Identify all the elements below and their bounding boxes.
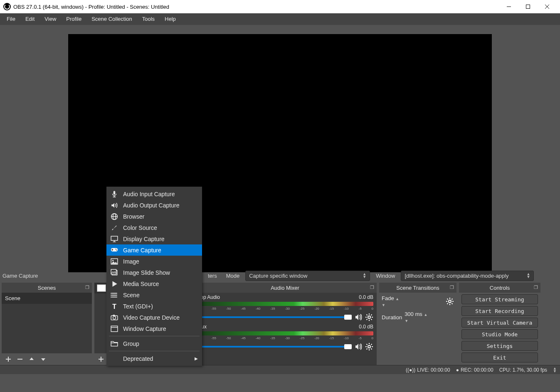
svg-point-17	[449, 300, 451, 303]
window-label: Window	[373, 271, 397, 281]
combo-spinner-icon: ▲▼	[363, 273, 366, 279]
audio-meter	[197, 331, 373, 335]
ctx-item-color-source[interactable]: Color Source	[106, 222, 202, 233]
svg-point-26	[116, 249, 116, 250]
meter-ticks: -60-55-50-45-40-35-30-25-20-15-10-50	[197, 336, 373, 340]
ctx-item-text-gdi-[interactable]: TText (GDI+)	[106, 301, 202, 312]
close-button[interactable]	[538, 0, 557, 13]
menu-tools[interactable]: Tools	[137, 13, 160, 25]
studio-mode-button[interactable]: Studio Mode	[461, 329, 538, 339]
ctx-item-label: Video Capture Device	[123, 314, 180, 321]
gamepad-icon	[111, 247, 118, 254]
maximize-button[interactable]	[518, 0, 538, 13]
svg-rect-5	[6, 359, 11, 360]
mode-combo[interactable]: Capture specific window ▲▼	[245, 271, 370, 281]
svg-rect-44	[111, 326, 118, 332]
svg-point-27	[116, 250, 117, 251]
stats-spinner-icon[interactable]: ▲▼	[553, 367, 557, 373]
ctx-item-label: Window Capture	[123, 325, 166, 332]
start-virtual-camera-button[interactable]: Start Virtual Camera	[461, 318, 538, 328]
add-scene-button[interactable]	[3, 354, 13, 364]
svg-rect-18	[113, 191, 116, 195]
window-combo[interactable]: [dllhost.exe]: obs-compatability-mode-ap…	[401, 271, 534, 281]
mute-button[interactable]	[354, 313, 363, 321]
settings-button[interactable]: Settings	[461, 341, 538, 351]
combo-spinner-icon: ▲▼	[527, 273, 530, 279]
popout-icon[interactable]: ❐	[534, 285, 538, 290]
menu-file[interactable]: File	[2, 13, 20, 25]
scene-row[interactable]: Scene	[2, 293, 92, 304]
status-rec: ● REC: 00:00:00	[456, 367, 493, 373]
ctx-item-display-capture[interactable]: Display Capture	[106, 233, 202, 244]
play-icon	[111, 280, 118, 288]
ctx-item-image[interactable]: Image	[106, 256, 202, 267]
move-scene-up-button[interactable]	[27, 354, 37, 364]
remove-scene-button[interactable]	[15, 354, 25, 364]
add-source-menu: Audio Input CaptureAudio Output CaptureB…	[106, 187, 202, 366]
active-source-label: Game Capture	[2, 273, 106, 279]
controls-dock: Controls ❐ Start Streaming Start Recordi…	[459, 283, 540, 365]
filters-button[interactable]: ters	[205, 271, 220, 281]
ctx-item-window-capture[interactable]: Window Capture	[106, 323, 202, 334]
start-recording-button[interactable]: Start Recording	[461, 306, 538, 316]
duration-input[interactable]: 300 ms ▲▼	[405, 311, 454, 323]
popout-icon[interactable]: ❐	[370, 285, 374, 290]
ctx-item-media-source[interactable]: Media Source	[106, 278, 202, 289]
window-value: [dllhost.exe]: obs-compatability-mode-ap…	[405, 273, 508, 279]
folder-icon	[111, 340, 118, 348]
window-title: OBS 27.0.1 (64-bit, windows) - Profile: …	[13, 4, 499, 10]
ctx-item-audio-input-capture[interactable]: Audio Input Capture	[106, 188, 202, 200]
svg-point-38	[111, 294, 111, 295]
move-scene-down-button[interactable]	[38, 354, 48, 364]
ctx-item-group[interactable]: Group	[106, 338, 202, 349]
svg-text:T: T	[112, 303, 116, 310]
menubar: File Edit View Profile Scene Collection …	[0, 13, 560, 25]
add-source-button[interactable]	[96, 354, 106, 364]
ctx-item-scene[interactable]: Scene	[106, 289, 202, 301]
duration-value: 300 ms	[405, 311, 422, 317]
transitions-title: Scene Transitions	[396, 285, 439, 291]
controls-title: Controls	[490, 285, 510, 291]
menu-profile[interactable]: Profile	[61, 13, 86, 25]
svg-point-31	[112, 260, 113, 261]
track-db: 0.0 dB	[359, 324, 373, 330]
popout-icon[interactable]: ❐	[85, 285, 89, 290]
start-streaming-button[interactable]: Start Streaming	[461, 294, 538, 304]
menu-edit[interactable]: Edit	[20, 13, 39, 25]
ctx-item-audio-output-capture[interactable]: Audio Output Capture	[106, 200, 202, 211]
menu-scene-collection[interactable]: Scene Collection	[86, 13, 137, 25]
ctx-item-image-slide-show[interactable]: Image Slide Show	[106, 267, 202, 278]
mixer-track: /Aux0.0 dB -60-55-50-45-40-35-30-25-20-1…	[193, 322, 377, 352]
mixer-track: ktop Audio0.0 dB -60-55-50-45-40-35-30-2…	[193, 293, 377, 322]
obs-logo-icon	[3, 3, 11, 10]
ctx-item-video-capture-device[interactable]: Video Capture Device	[106, 312, 202, 323]
ctx-item-label: Audio Output Capture	[123, 202, 179, 209]
volume-slider[interactable]	[197, 346, 352, 348]
svg-point-42	[113, 316, 116, 319]
menu-help[interactable]: Help	[160, 13, 181, 25]
audio-meter	[197, 302, 373, 306]
live-time: LIVE: 00:00:00	[417, 367, 450, 373]
transition-settings-button[interactable]	[446, 297, 454, 306]
menu-view[interactable]: View	[39, 13, 61, 25]
popout-icon[interactable]: ❐	[450, 285, 454, 290]
exit-button[interactable]: Exit	[461, 353, 538, 362]
ctx-item-label: Display Capture	[123, 236, 165, 242]
broadcast-icon: ((●))	[406, 367, 415, 373]
svg-rect-0	[507, 7, 511, 7]
volume-slider[interactable]	[197, 316, 352, 318]
svg-rect-13	[99, 359, 104, 360]
track-settings-button[interactable]	[365, 343, 373, 351]
ctx-item-browser[interactable]: Browser	[106, 211, 202, 222]
ctx-item-deprecated[interactable]: Deprecated▶	[106, 353, 202, 364]
ctx-item-game-capture[interactable]: Game Capture	[106, 244, 202, 256]
scenes-header: Scenes ❐	[2, 283, 92, 293]
transition-combo[interactable]: Fade ▲▼	[382, 295, 443, 308]
svg-rect-1	[526, 5, 530, 9]
minimize-button[interactable]	[499, 0, 518, 13]
track-settings-button[interactable]	[365, 313, 373, 321]
mute-button[interactable]	[354, 343, 363, 351]
monitor-icon	[111, 235, 118, 243]
list-icon	[111, 291, 118, 299]
transition-value: Fade	[382, 295, 394, 301]
